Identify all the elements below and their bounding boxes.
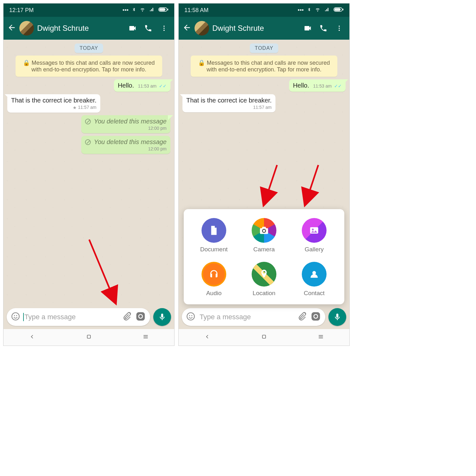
bluetooth-icon [132, 7, 136, 14]
message-deleted[interactable]: You deleted this message 12:00 pm [81, 115, 171, 133]
annotation-arrow [258, 162, 283, 208]
status-time: 12:17 PM [9, 7, 122, 14]
wifi-icon [314, 7, 321, 14]
message-time: 12:00 pm [85, 146, 167, 151]
message-in[interactable]: That is the correct ice breaker. ★ 11:57… [7, 94, 100, 113]
status-bar: 12:17 PM ••• [3, 3, 174, 17]
video-call-icon[interactable] [301, 24, 314, 33]
location-icon [252, 262, 276, 287]
avatar[interactable] [195, 21, 209, 36]
read-receipt-icon: ✓✓ [159, 83, 167, 89]
mic-button[interactable] [328, 308, 346, 326]
message-deleted[interactable]: You deleted this message 12:00 pm [81, 136, 171, 154]
svg-point-23 [312, 228, 314, 230]
annotation-arrow [86, 236, 124, 307]
contact-name[interactable]: Dwight Schrute [37, 24, 123, 33]
document-icon [202, 218, 226, 243]
svg-point-3 [163, 26, 165, 27]
contact-icon [302, 262, 327, 287]
overflow-menu-icon[interactable] [158, 25, 170, 32]
svg-rect-21 [262, 227, 266, 229]
status-bar: 11:58 AM ••• [179, 3, 349, 17]
camera-input-icon[interactable] [136, 311, 146, 323]
attach-gallery[interactable]: Gallery [289, 218, 339, 253]
wifi-icon [139, 7, 146, 14]
nav-home-icon[interactable] [86, 334, 92, 341]
message-time: 12:00 pm [85, 126, 167, 131]
nav-home-icon[interactable] [261, 334, 267, 341]
status-icons: ••• [298, 7, 344, 14]
nav-back-icon[interactable] [29, 334, 35, 341]
message-in[interactable]: That is the correct ice breaker. 11:57 a… [182, 94, 275, 112]
message-input[interactable]: Type a message [182, 308, 325, 326]
mic-button[interactable] [153, 308, 171, 326]
svg-rect-2 [167, 9, 168, 10]
avatar[interactable] [19, 21, 34, 36]
message-out[interactable]: Hello. 11:53 am ✓✓ [289, 79, 346, 92]
phone-screenshot-left: 12:17 PM ••• Dwight Schrute [3, 3, 175, 346]
svg-rect-1 [159, 8, 166, 11]
attach-icon[interactable] [122, 312, 131, 322]
svg-rect-32 [262, 335, 266, 338]
message-out[interactable]: Hello. 11:53 am ✓✓ [114, 79, 170, 92]
svg-rect-12 [87, 335, 90, 338]
svg-point-4 [163, 28, 165, 29]
input-placeholder: Type a message [24, 313, 118, 321]
svg-point-9 [16, 315, 17, 316]
encryption-notice[interactable]: 🔒 Messages to this chat and calls are no… [191, 56, 338, 77]
svg-line-6 [89, 240, 113, 297]
camera-input-icon[interactable] [311, 311, 321, 323]
attach-audio[interactable]: Audio [189, 262, 239, 297]
voice-call-icon[interactable] [317, 24, 330, 32]
status-time: 11:58 AM [184, 7, 298, 14]
svg-line-25 [266, 165, 277, 198]
annotation-arrow [299, 162, 325, 208]
input-row: Type a message [182, 308, 346, 326]
bluetooth-icon [307, 7, 311, 14]
emoji-icon[interactable] [186, 312, 195, 322]
overflow-menu-icon[interactable] [333, 25, 346, 32]
nav-bar [179, 329, 349, 346]
svg-point-5 [163, 30, 165, 31]
attach-icon[interactable] [297, 312, 306, 322]
svg-point-29 [191, 315, 192, 316]
svg-point-27 [187, 313, 194, 320]
contact-name[interactable]: Dwight Schrute [212, 24, 298, 33]
svg-rect-30 [312, 312, 320, 321]
attach-document[interactable]: Document [189, 218, 239, 253]
attach-location[interactable]: Location [239, 262, 289, 297]
svg-point-8 [14, 315, 15, 316]
attach-camera[interactable]: Camera [239, 218, 289, 253]
input-placeholder: Type a message [200, 313, 293, 321]
back-icon[interactable] [7, 23, 16, 33]
signal-icon [149, 7, 155, 14]
more-dots-icon: ••• [122, 7, 129, 14]
nav-back-icon[interactable] [204, 334, 210, 341]
nav-recents-icon[interactable] [318, 334, 324, 341]
svg-rect-10 [136, 312, 145, 321]
attach-contact[interactable]: Contact [289, 262, 339, 297]
svg-point-17 [339, 28, 340, 29]
battery-icon [158, 7, 169, 14]
gallery-icon [302, 218, 327, 243]
nav-bar [3, 329, 174, 346]
nav-recents-icon[interactable] [142, 334, 149, 341]
back-icon[interactable] [182, 23, 191, 33]
message-input[interactable]: Type a message [7, 308, 150, 326]
svg-rect-15 [342, 9, 343, 10]
svg-point-24 [312, 271, 316, 274]
read-receipt-icon: ✓✓ [334, 83, 342, 89]
encryption-notice[interactable]: 🔒 Messages to this chat and calls are no… [16, 56, 162, 77]
app-bar: Dwight Schrute [3, 17, 174, 40]
svg-point-16 [339, 26, 340, 27]
emoji-icon[interactable] [11, 312, 20, 322]
svg-point-18 [339, 30, 340, 31]
lock-icon: 🔒 [23, 60, 30, 66]
voice-call-icon[interactable] [142, 24, 155, 32]
message-time: 11:57 am [186, 105, 272, 110]
message-time: 11:57 am [78, 105, 96, 110]
input-row: Type a message [7, 308, 171, 326]
svg-rect-14 [334, 8, 341, 11]
video-call-icon[interactable] [126, 24, 139, 33]
signal-icon [324, 7, 330, 14]
